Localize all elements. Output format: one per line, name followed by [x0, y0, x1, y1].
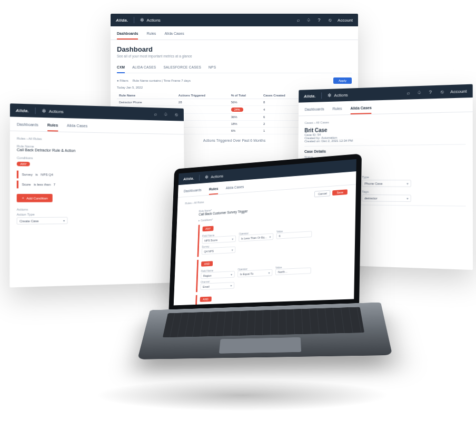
app-topbar: Alida. ✻ Actions ⌕ ♤ ? ⎋ Account	[111, 14, 358, 26]
and-tag: AND	[200, 297, 212, 302]
tab-alida-cases[interactable]: Alida Cases	[67, 121, 87, 132]
condition-group: ANY Field NameNPS Score▾ OperatorIs Less…	[197, 217, 332, 257]
add-condition-button[interactable]: ＋ Add Condition	[17, 194, 53, 202]
condition-block[interactable]: Score is less than 7	[17, 181, 178, 189]
search-icon[interactable]: ⌕	[295, 17, 301, 23]
search-icon[interactable]: ⌕	[405, 90, 411, 96]
action-type-select[interactable]: Create Case▾	[17, 217, 68, 225]
user-icon[interactable]: ⎋	[439, 89, 445, 95]
col-rule-name[interactable]: Rule Name	[117, 92, 176, 99]
brand-logo: Alida.	[304, 93, 316, 99]
product-name: ✻ Actions	[140, 17, 161, 23]
tab-dashboards[interactable]: Dashboards	[183, 186, 201, 197]
gear-icon: ✻	[204, 174, 209, 180]
any-tag: ANY	[202, 226, 213, 232]
value-input[interactable]: 6	[276, 231, 312, 239]
account-menu[interactable]: Account	[450, 89, 467, 94]
condition-any-tag: ANY	[17, 162, 30, 167]
channel-select[interactable]: Email▾	[200, 282, 234, 290]
value-input[interactable]: North…	[275, 267, 311, 275]
bell-icon[interactable]: ♤	[306, 17, 311, 23]
tab-rules[interactable]: Rules	[47, 121, 58, 131]
conditions-label: Conditions	[17, 156, 178, 161]
metric-tab-salesforce-cases[interactable]: SALESFORCE CASES	[163, 65, 201, 70]
tab-dashboards[interactable]: Dashboards	[17, 120, 38, 131]
gear-icon: ✻	[327, 93, 332, 98]
user-icon[interactable]: ⎋	[173, 112, 178, 117]
operator-select[interactable]: Is Equal To▾	[237, 269, 272, 277]
laptop-keys	[163, 307, 364, 337]
help-icon[interactable]: ?	[316, 17, 322, 23]
account-menu[interactable]: Account	[338, 18, 353, 23]
tab-rules[interactable]: Rules	[332, 104, 342, 115]
gear-icon: ✻	[140, 17, 145, 23]
tab-rules[interactable]: Rules	[146, 30, 156, 40]
laptop-trackpad	[219, 337, 301, 354]
save-button[interactable]: Save	[333, 189, 348, 196]
field-select[interactable]: Region▾	[201, 271, 235, 279]
laptop-mockup: Alida. ✻Actions Dashboards Rules Alida C…	[146, 152, 383, 406]
and-tag: AND	[201, 261, 213, 266]
tab-rules[interactable]: Rules	[209, 185, 219, 195]
condition-group: AND Field NameRegion▾ OperatorIs Equal T…	[196, 253, 331, 292]
metric-tab-nps[interactable]: NPS	[209, 65, 216, 70]
gear-icon: ✻	[41, 108, 47, 114]
brand-logo: Alida.	[16, 108, 29, 113]
search-icon[interactable]: ⌕	[153, 111, 158, 116]
col-actions-triggered[interactable]: Actions Triggered	[176, 92, 229, 99]
case-details-heading: Case Details	[304, 148, 466, 153]
apply-button[interactable]: Apply	[333, 77, 352, 84]
tab-alida-cases[interactable]: Alida Cases	[350, 104, 371, 114]
bell-icon[interactable]: ♤	[417, 90, 422, 95]
brand-logo: Alida.	[116, 18, 128, 23]
tab-alida-cases[interactable]: Alida Cases	[225, 183, 244, 193]
metric-tabs: CXM ALIDA CASES SALESFORCE CASES NPS	[117, 63, 352, 73]
tab-dashboards[interactable]: Dashboards	[305, 105, 324, 115]
col-pct[interactable]: % of Total	[229, 92, 261, 99]
breadcrumb: Cases › All Cases	[304, 118, 465, 124]
filters-label: ● Filters	[117, 79, 128, 82]
bell-icon[interactable]: ♤	[163, 112, 168, 117]
breadcrumb: Rules › All Rules	[17, 137, 178, 143]
brand-logo: Alida.	[183, 176, 194, 181]
breadcrumb: Rules › All Rules	[185, 199, 204, 207]
metric-tab-alida-cases[interactable]: ALIDA CASES	[132, 65, 156, 70]
metric-tab-cxm[interactable]: CXM	[117, 65, 125, 73]
tab-dashboards[interactable]: Dashboards	[117, 30, 138, 40]
page-subtitle: See all of your most important metrics a…	[117, 54, 352, 58]
condition-group: AND Field NameSegment▾ OperatorContains▾…	[195, 290, 330, 305]
help-icon[interactable]: ?	[428, 89, 433, 95]
pct-badge: 24%	[231, 108, 243, 112]
condition-block[interactable]: Survey is NPS Q4	[17, 171, 178, 179]
survey-select[interactable]: Q4 NPS▾	[202, 247, 236, 255]
cancel-button[interactable]: Cancel	[314, 190, 331, 198]
page-title: Dashboard	[117, 45, 352, 53]
filters-summary: Rule Name contains | Time Frame 7 days	[133, 79, 191, 82]
tab-alida-cases[interactable]: Alida Cases	[164, 30, 184, 40]
laptop-keyboard-deck	[137, 303, 392, 359]
field-select[interactable]: NPS Score▾	[202, 236, 236, 244]
main-tabs: Dashboards Rules Alida Cases	[111, 26, 358, 40]
operator-select[interactable]: Is Less Than Or Eq…▾	[239, 233, 273, 242]
user-icon[interactable]: ⎋	[327, 17, 332, 23]
